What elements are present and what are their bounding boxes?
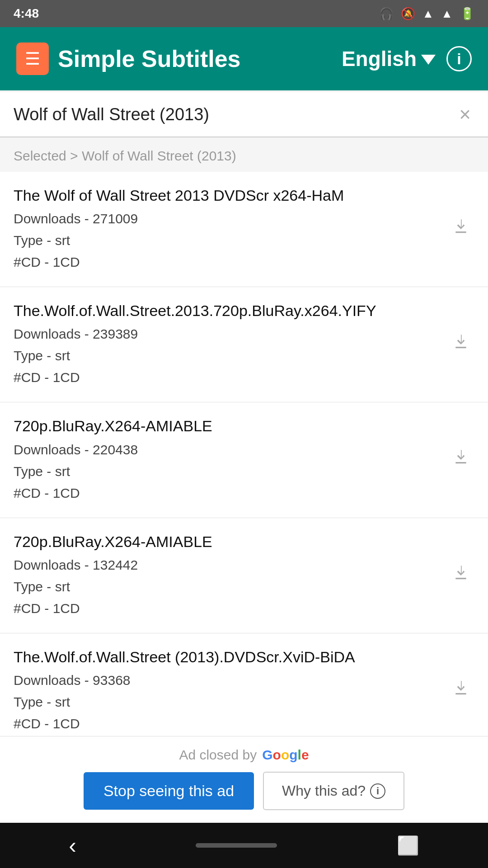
ad-buttons: Stop seeing this ad Why this ad? i: [84, 772, 404, 810]
app-bar: ☰ Simple Subtitles English i: [0, 27, 488, 90]
ad-overlay: Ad closed by Google Stop seeing this ad …: [0, 736, 488, 823]
result-info: 720p.BluRay.X264-AMIABLEDownloads - 2204…: [14, 416, 447, 504]
result-title: The.Wolf.of.Wall.Street.2013.720p.BluRay…: [14, 301, 438, 321]
ad-closed-label: Ad closed by: [179, 747, 257, 763]
stop-seeing-ad-button[interactable]: Stop seeing this ad: [84, 772, 254, 810]
ad-closed-text: Ad closed by Google: [179, 747, 309, 763]
download-button[interactable]: [447, 560, 474, 591]
info-button[interactable]: i: [446, 46, 472, 71]
mute-icon: 🔕: [401, 7, 415, 21]
wifi-icon: ▲: [422, 7, 434, 21]
status-time: 4:48: [14, 6, 39, 21]
result-meta: Downloads - 271009 Type - srt #CD - 1CD: [14, 208, 438, 273]
app-title: Simple Subtitles: [58, 45, 241, 72]
result-info: The.Wolf.of.Wall.Street.2013.720p.BluRay…: [14, 301, 447, 388]
result-title: The.Wolf.of.Wall.Street (2013).DVDScr.Xv…: [14, 647, 438, 667]
status-bar: 4:48 🎧 🔕 ▲ ▲ 🔋: [0, 0, 488, 27]
headphone-icon: 🎧: [379, 7, 394, 21]
list-item[interactable]: The.Wolf.of.Wall.Street (2013).DVDScr.Xv…: [0, 633, 488, 749]
recents-button[interactable]: ⬜: [379, 830, 437, 861]
status-icons: 🎧 🔕 ▲ ▲ 🔋: [379, 7, 474, 21]
clear-search-button[interactable]: ×: [455, 99, 474, 129]
download-button[interactable]: [447, 329, 474, 360]
result-info: The.Wolf.of.Wall.Street (2013).DVDScr.Xv…: [14, 647, 447, 735]
battery-icon: 🔋: [460, 7, 474, 21]
search-container: ×: [0, 92, 488, 137]
download-button[interactable]: [447, 675, 474, 707]
signal-icon: ▲: [441, 7, 453, 21]
app-logo: ☰: [16, 42, 49, 75]
search-input[interactable]: [14, 105, 455, 124]
result-title: 720p.BluRay.X264-AMIABLE: [14, 532, 438, 552]
back-button[interactable]: ‹: [51, 828, 94, 863]
result-title: The Wolf of Wall Street 2013 DVDScr x264…: [14, 185, 438, 205]
result-info: 720p.BluRay.X264-AMIABLEDownloads - 1324…: [14, 532, 447, 619]
list-item[interactable]: The.Wolf.of.Wall.Street.2013.720p.BluRay…: [0, 287, 488, 402]
why-ad-info-icon: i: [370, 783, 385, 799]
logo-icon: ☰: [25, 49, 40, 69]
result-meta: Downloads - 220438 Type - srt #CD - 1CD: [14, 439, 438, 504]
result-info: The Wolf of Wall Street 2013 DVDScr x264…: [14, 185, 447, 273]
app-bar-right: English i: [342, 46, 472, 71]
result-meta: Downloads - 93368 Type - srt #CD - 1CD: [14, 670, 438, 735]
app-bar-left: ☰ Simple Subtitles: [16, 42, 241, 75]
result-meta: Downloads - 239389 Type - srt #CD - 1CD: [14, 323, 438, 388]
chevron-down-icon: [421, 55, 436, 65]
download-button[interactable]: [447, 444, 474, 476]
list-item[interactable]: The Wolf of Wall Street 2013 DVDScr x264…: [0, 172, 488, 287]
home-pill[interactable]: [196, 843, 277, 848]
why-ad-label: Why this ad?: [282, 783, 366, 799]
result-meta: Downloads - 132442 Type - srt #CD - 1CD: [14, 554, 438, 619]
language-label: English: [342, 47, 417, 71]
result-title: 720p.BluRay.X264-AMIABLE: [14, 416, 438, 436]
why-this-ad-button[interactable]: Why this ad? i: [263, 772, 404, 810]
breadcrumb: Selected > Wolf of Wall Street (2013): [0, 137, 488, 172]
google-logo: Google: [262, 747, 309, 763]
language-selector[interactable]: English: [342, 47, 436, 71]
list-item[interactable]: 720p.BluRay.X264-AMIABLEDownloads - 2204…: [0, 402, 488, 518]
nav-bar: ‹ ⬜: [0, 823, 488, 868]
list-item[interactable]: 720p.BluRay.X264-AMIABLEDownloads - 1324…: [0, 518, 488, 633]
download-button[interactable]: [447, 213, 474, 245]
